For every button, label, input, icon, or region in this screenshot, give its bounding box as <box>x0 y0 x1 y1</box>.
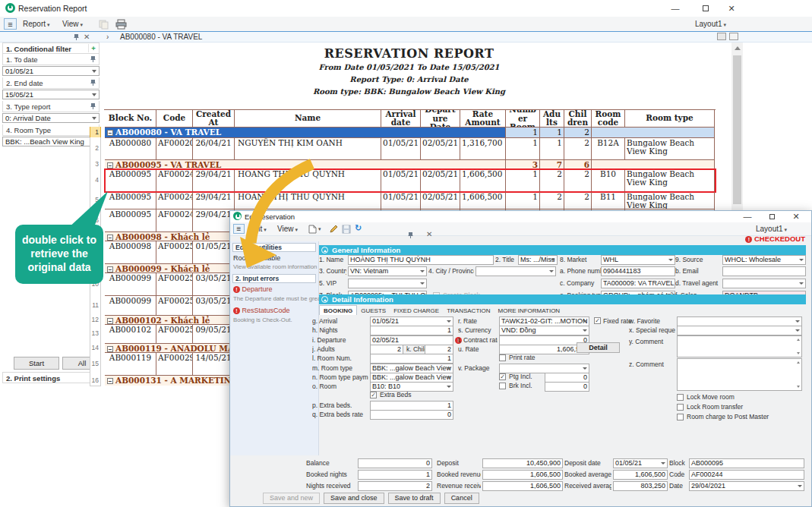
lock-room-transfer-checkbox[interactable] <box>677 404 684 411</box>
edit-reservation-window: Edit reservation — ✕ ≡ Edit View ▾ ↻ Lay… <box>229 210 812 507</box>
filter-pin-icon[interactable] <box>90 55 96 63</box>
save-icon[interactable] <box>342 225 351 234</box>
maximize-button[interactable] <box>694 2 717 15</box>
report-data-row[interactable]: AB000095AF00024429/04/21HOÀNG THỊ THU QU… <box>105 169 716 192</box>
filter-combo-2[interactable]: 0: Arrival Date <box>2 113 100 123</box>
scrollbar-thumb[interactable] <box>733 55 741 204</box>
close-button[interactable]: ✕ <box>720 2 743 15</box>
collapse-row-icon[interactable]: − <box>107 346 113 352</box>
print-rate-checkbox[interactable] <box>499 354 506 361</box>
tab-fixed-charge[interactable]: FIXED CHARGE <box>390 306 443 316</box>
report-group-row[interactable]: −AB000095 - VA TRAVEL376 <box>105 160 716 169</box>
collapse-row-icon[interactable]: − <box>107 235 113 241</box>
collapse-row-icon[interactable]: − <box>107 130 113 136</box>
field-email[interactable] <box>722 266 806 276</box>
combo-city[interactable] <box>476 266 556 276</box>
lock-move-room-checkbox[interactable] <box>677 394 684 401</box>
edit-panel-pin-icon[interactable] <box>407 231 414 239</box>
collapse-row-icon[interactable]: − <box>107 318 113 324</box>
refresh-icon[interactable]: ↻ <box>355 223 362 233</box>
filter-pin-icon[interactable] <box>90 102 96 110</box>
error-item-departure[interactable]: ! Departure <box>233 285 273 293</box>
filter-combo-1[interactable]: 15/05/21 <box>2 90 100 99</box>
new-document-dropdown-icon[interactable]: ▾ <box>318 226 321 232</box>
summary-field-date[interactable]: 29/04/2021 <box>689 481 804 491</box>
pin-icon[interactable] <box>73 33 80 41</box>
field-name[interactable]: HOÀNG THỊ THU QUỲNH <box>348 255 494 265</box>
combo-source[interactable]: WHOL: Wholesale <box>722 255 806 265</box>
field-company[interactable]: TA000009: VA TRAVEL <box>601 279 675 288</box>
edit-minimize-button[interactable]: — <box>738 209 757 223</box>
field-extra_beds_rate[interactable]: 0 <box>370 410 453 420</box>
general-information-header[interactable]: General Information <box>319 245 806 255</box>
tab-booking[interactable]: BOOKING <box>319 305 357 315</box>
start-button[interactable]: Start <box>14 357 59 370</box>
edit-close-button[interactable]: ✕ <box>786 209 806 223</box>
report-group-row[interactable]: −AB000080 - VA TRAVEL112 <box>105 128 716 138</box>
tab-more-information[interactable]: MORE INFORMATION <box>494 306 564 316</box>
page-layout-icon[interactable] <box>729 33 738 40</box>
room-charge-post-master-checkbox[interactable] <box>677 414 684 420</box>
print-icon[interactable] <box>115 19 127 30</box>
edit-menu-view[interactable]: View <box>277 225 298 233</box>
collapse-row-icon[interactable]: − <box>107 378 113 384</box>
combo-travel_agent[interactable] <box>722 279 806 288</box>
tab-transaction[interactable]: TRANSACTION <box>443 306 494 316</box>
vertical-scrollbar[interactable] <box>731 43 743 210</box>
field-phone[interactable]: 0904441183 <box>601 266 675 276</box>
report-data-row[interactable]: AB000080AF00020926/04/21NGUYỄN THỊ KIM O… <box>105 138 716 160</box>
panel-close-icon[interactable]: ✕ <box>84 33 90 41</box>
fixed-rate-checkbox[interactable]: ✓ <box>594 317 601 324</box>
detail-button[interactable]: Detail <box>577 342 620 353</box>
new-document-icon[interactable] <box>308 225 317 234</box>
detail-information-header[interactable]: Detail Information <box>319 294 806 304</box>
textarea-comment-y[interactable] <box>677 335 802 357</box>
layout-selector[interactable]: Layout1 <box>695 20 726 28</box>
pencil-icon[interactable] <box>329 225 338 234</box>
combo-special-request[interactable] <box>677 326 802 335</box>
collapse-row-icon[interactable]: − <box>107 266 113 272</box>
summary-field-deposit_date[interactable]: 01/05/21 <box>613 458 668 468</box>
edit-menu-edit[interactable]: Edit <box>249 225 267 233</box>
report-subtitle-dates: From Date 01/05/2021 To Date 15/05/2021 <box>104 63 714 71</box>
report-data-row[interactable]: AB000095AF00024529/04/21HOÀNG THỊ THU QU… <box>105 192 716 209</box>
cell-created: 26/04/21 <box>193 138 235 160</box>
menu-report[interactable]: Report <box>23 20 49 28</box>
cancel-button[interactable]: Cancel <box>444 493 479 504</box>
summary-field-revenue_received_value: 1,606,500 <box>482 481 563 491</box>
collapse-row-icon[interactable]: − <box>107 162 113 168</box>
scroll-up-icon[interactable] <box>735 46 741 50</box>
edit-layout-selector[interactable]: Layout1 <box>756 225 787 233</box>
combo-title[interactable]: Ms: .../Miss <box>518 255 558 265</box>
save-and-close-button[interactable]: Save and close <box>324 493 384 504</box>
filter-pin-icon[interactable] <box>90 79 96 87</box>
page-view-icon[interactable] <box>717 33 726 40</box>
field-nights[interactable]: 1 <box>370 326 453 335</box>
checkbox-brk_incl[interactable] <box>499 383 506 389</box>
filter-combo-3[interactable]: BBK: ...Beach View King <box>2 137 100 146</box>
field-room_num[interactable]: 1 <box>370 354 453 364</box>
combo-country[interactable]: VN: Vietnam <box>348 266 427 276</box>
combo-currency[interactable]: VND: Đồng <box>499 326 589 335</box>
field-brk_incl[interactable]: 0 <box>545 382 589 392</box>
minimize-button[interactable]: — <box>664 2 687 15</box>
copy-icon[interactable] <box>99 20 109 30</box>
checkbox-ptg_incl[interactable]: ✓ <box>499 373 506 380</box>
edit-panel-close-icon[interactable]: ✕ <box>426 230 432 238</box>
filter-combo-0[interactable]: 01/05/21 <box>2 66 100 76</box>
textarea-comment-z[interactable] <box>677 358 802 391</box>
extra-beds-checkbox[interactable]: ✓ <box>370 392 377 398</box>
error-item-resstatuscode[interactable]: ! ResStatusCode <box>233 307 290 314</box>
menu-view[interactable]: View <box>62 20 83 28</box>
save-to-draft-button[interactable]: Save to draft <box>388 493 441 504</box>
room-available-link[interactable]: Room Available <box>233 254 280 262</box>
tab-guests[interactable]: GUESTS <box>357 306 390 316</box>
combo-market[interactable]: WHL <box>601 255 675 265</box>
summary-label-deposit_label: Deposit <box>437 458 481 468</box>
edit-hamburger-icon[interactable]: ≡ <box>233 224 245 234</box>
error-departure-description: The Departure date must be grea... <box>233 295 326 302</box>
add-filter-button[interactable]: + <box>88 44 98 52</box>
edit-maximize-button[interactable] <box>762 209 782 223</box>
hamburger-menu-icon[interactable]: ≡ <box>4 18 17 30</box>
combo-vip[interactable] <box>348 279 427 288</box>
